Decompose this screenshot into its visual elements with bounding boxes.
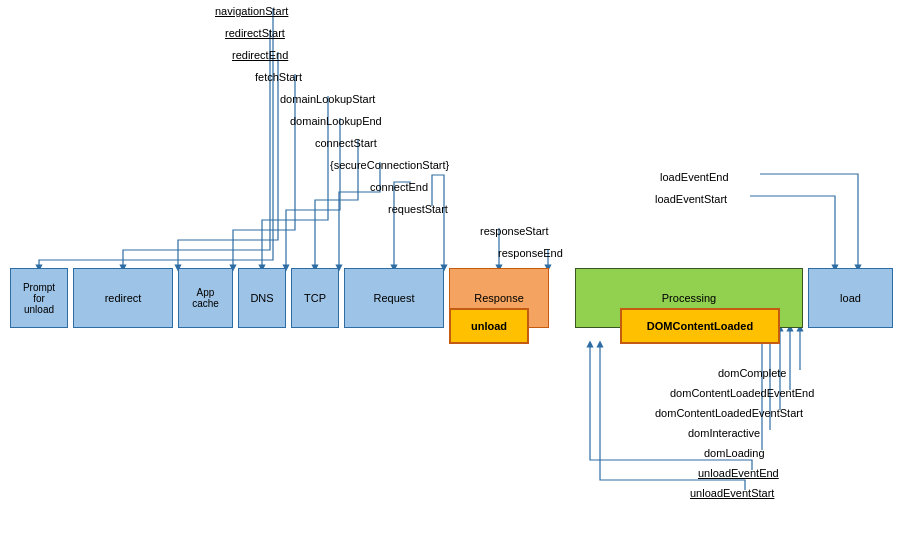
redirectEnd-label: redirectEnd: [232, 49, 288, 61]
load-box: load: [808, 268, 893, 328]
domInteractive-label: domInteractive: [688, 427, 760, 439]
request-box: Request: [344, 268, 444, 328]
fetchStart-label: fetchStart: [255, 71, 302, 83]
domainLookupEnd-label: domainLookupEnd: [290, 115, 382, 127]
secureConnectionStart-label: {secureConnectionStart}: [330, 159, 449, 171]
navigationStart-label: navigationStart: [215, 5, 288, 17]
loadEventStart-label: loadEventStart: [655, 193, 727, 205]
domComplete-label: domComplete: [718, 367, 786, 379]
dns-box: DNS: [238, 268, 286, 328]
domContentLoadedEventEnd-label: domContentLoadedEventEnd: [670, 387, 814, 399]
domLoading-label: domLoading: [704, 447, 765, 459]
redirect-box: redirect: [73, 268, 173, 328]
loadEventEnd-label: loadEventEnd: [660, 171, 729, 183]
appcache-box: App cache: [178, 268, 233, 328]
domainLookupStart-label: domainLookupStart: [280, 93, 375, 105]
prompt-box: Prompt for unload: [10, 268, 68, 328]
requestStart-label: requestStart: [388, 203, 448, 215]
diagram: Prompt for unload redirect App cache DNS…: [0, 0, 912, 555]
responseEnd-label: responseEnd: [498, 247, 563, 259]
domContentLoadedEventStart-label: domContentLoadedEventStart: [655, 407, 803, 419]
unload-box: unload: [449, 308, 529, 344]
tcp-box: TCP: [291, 268, 339, 328]
responseStart-label: responseStart: [480, 225, 548, 237]
redirectStart-label: redirectStart: [225, 27, 285, 39]
connectEnd-label: connectEnd: [370, 181, 428, 193]
unloadEventStart-label: unloadEventStart: [690, 487, 774, 499]
domcontentloaded-box: DOMContentLoaded: [620, 308, 780, 344]
connectStart-label: connectStart: [315, 137, 377, 149]
unloadEventEnd-label: unloadEventEnd: [698, 467, 779, 479]
